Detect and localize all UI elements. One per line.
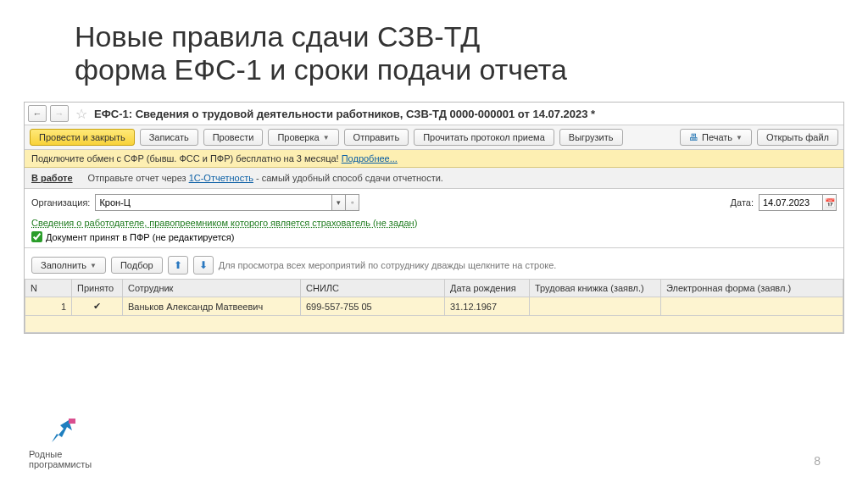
doc-accepted-row: Документ принят в ПФР (не редактируется) [25, 230, 843, 248]
export-button[interactable]: Выгрузить [559, 129, 623, 146]
cell-workbook [530, 297, 661, 316]
calendar-icon[interactable] [823, 194, 837, 211]
fill-button[interactable]: Заполнить▼ [31, 257, 106, 274]
col-snils[interactable]: СНИЛС [301, 280, 445, 297]
employer-info-link[interactable]: Сведения о работодателе, правопреемником… [25, 216, 424, 230]
date-input[interactable] [759, 194, 823, 211]
promo-link[interactable]: Подробнее... [342, 153, 398, 164]
arrow-down-icon: ⬇ [199, 259, 208, 271]
cell-accepted: ✔ [72, 297, 123, 316]
forward-button[interactable]: → [50, 105, 69, 122]
cell-eform [661, 297, 843, 316]
reporting-link[interactable]: 1С-Отчетность [189, 173, 253, 183]
write-button[interactable]: Записать [140, 129, 198, 146]
cell-snils: 699-557-755 05 [301, 297, 445, 316]
table-hint: Для просмотра всех мероприятий по сотруд… [219, 260, 557, 270]
printer-icon [689, 132, 698, 142]
move-up-button[interactable]: ⬆ [168, 256, 188, 274]
post-button[interactable]: Провести [203, 129, 264, 146]
chevron-down-icon: ▼ [736, 134, 743, 141]
slide-title: Новые правила сдачи СЗВ-ТД форма ЕФС-1 и… [0, 0, 868, 102]
app-window: ← → ☆ ЕФС-1: Сведения о трудовой деятель… [24, 102, 844, 334]
col-birthdate[interactable]: Дата рождения [445, 280, 530, 297]
org-input[interactable] [95, 194, 332, 211]
promo-banner: Подключите обмен с СФР (бывш. ФСС и ПФР)… [25, 150, 843, 168]
navbar: ← → ☆ ЕФС-1: Сведения о трудовой деятель… [25, 103, 843, 125]
chevron-down-icon: ▼ [90, 262, 97, 269]
pick-button[interactable]: Подбор [111, 257, 163, 274]
chevron-down-icon: ▼ [323, 134, 330, 141]
check-button[interactable]: Проверка▼ [268, 129, 338, 146]
doc-accepted-checkbox[interactable] [31, 231, 42, 242]
col-n[interactable]: N [25, 280, 72, 297]
send-button[interactable]: Отправить [344, 129, 409, 146]
doc-accepted-label: Документ принят в ПФР (не редактируется) [46, 232, 234, 242]
col-eform[interactable]: Электронная форма (заявл.) [661, 280, 843, 297]
employees-table: N Принято Сотрудник СНИЛС Дата рождения … [25, 279, 843, 333]
org-dropdown-button[interactable]: ▾ [332, 194, 346, 211]
arrow-up-icon: ⬆ [174, 259, 182, 271]
status-bar: В работе Отправьте отчет через 1С-Отчетн… [25, 168, 843, 189]
move-down-button[interactable]: ⬇ [193, 256, 214, 274]
col-accepted[interactable]: Принято [72, 280, 123, 297]
org-open-button[interactable]: ▫ [346, 194, 359, 211]
open-file-button[interactable]: Открыть файл [757, 129, 838, 146]
cell-birthdate: 31.12.1967 [445, 297, 530, 316]
print-button[interactable]: Печать▼ [680, 129, 752, 146]
document-title: ЕФС-1: Сведения о трудовой деятельности … [94, 108, 595, 120]
svg-rect-0 [69, 419, 75, 424]
col-employee[interactable]: Сотрудник [123, 280, 301, 297]
org-label: Организация: [31, 197, 90, 208]
favorite-star-icon[interactable]: ☆ [74, 106, 89, 121]
status-text: Отправьте отчет через 1С-Отчетность - са… [88, 173, 443, 183]
cell-n: 1 [25, 297, 72, 316]
date-label: Дата: [731, 197, 754, 208]
org-row: Организация: ▾ ▫ Дата: [25, 189, 843, 216]
back-button[interactable]: ← [28, 105, 47, 122]
runner-icon [43, 417, 77, 447]
cell-employee: Ваньков Александр Матвеевич [123, 297, 301, 316]
table-actions: Заполнить▼ Подбор ⬆ ⬇ Для просмотра всех… [25, 252, 843, 279]
toolbar: Провести и закрыть Записать Провести Про… [25, 125, 843, 150]
post-and-close-button[interactable]: Провести и закрыть [30, 129, 135, 146]
status-state-link[interactable]: В работе [31, 173, 73, 183]
brand-logo: Родные программисты [29, 417, 92, 469]
col-workbook[interactable]: Трудовая книжка (заявл.) [530, 280, 661, 297]
table-row[interactable]: 1 ✔ Ваньков Александр Матвеевич 699-557-… [25, 297, 843, 316]
read-protocol-button[interactable]: Прочитать протокол приема [414, 129, 554, 146]
page-number: 8 [814, 454, 821, 468]
table-row-empty[interactable] [25, 316, 843, 333]
